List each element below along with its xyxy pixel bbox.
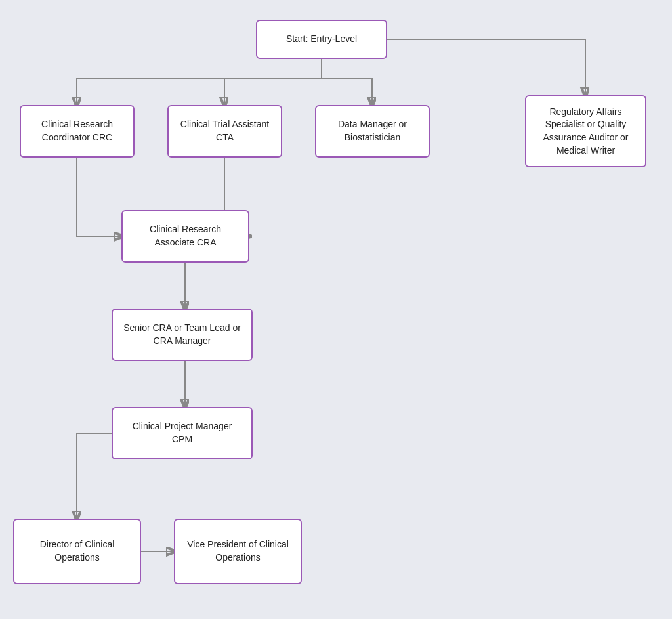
node-vp: Vice President of Clinical Operations [174, 519, 302, 584]
node-ra: Regulatory Affairs Specialist or Quality… [525, 95, 646, 167]
node-director: Director of Clinical Operations [13, 519, 141, 584]
diagram-container: Start: Entry-Level Clinical Research Coo… [0, 0, 672, 619]
node-crc: Clinical Research Coordinator CRC [20, 105, 135, 158]
node-senior: Senior CRA or Team Lead or CRA Manager [112, 309, 253, 361]
node-dm: Data Manager or Biostatistician [315, 105, 430, 158]
node-cpm: Clinical Project Manager CPM [112, 407, 253, 459]
node-cta: Clinical Trial Assistant CTA [167, 105, 282, 158]
node-cra: Clinical Research Associate CRA [121, 210, 249, 263]
node-start: Start: Entry-Level [256, 20, 387, 59]
